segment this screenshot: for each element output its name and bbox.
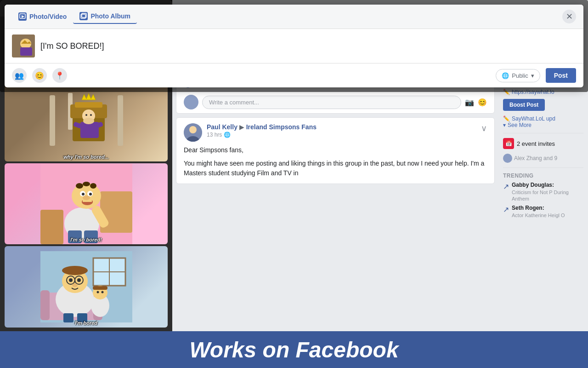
svg-point-67 [189,126,197,133]
clip-art-2 [5,163,168,245]
comment-box-1: Write a comment... 📷 😊 [176,91,494,113]
fb-modal-actions: 👥 😊 📍 🌐 Public ▾ Post [5,63,583,87]
avatar-paul [184,123,202,142]
location-button[interactable]: 📍 [52,68,67,83]
clip-item-3[interactable]: I'm bored [5,246,168,328]
tab-photo-album-label: Photo Album [90,12,130,20]
svg-point-21 [90,183,96,189]
svg-marker-6 [82,93,96,100]
post-text: [I'm SO BORED!] [40,41,576,51]
trends-list: ↗ Gabby Douglas: Criticism for Not P Dur… [503,182,583,218]
svg-rect-0 [50,95,55,146]
svg-rect-5 [75,102,102,108]
audience-label: Public [512,72,528,79]
clip-art-3 [5,246,168,328]
clip-art-1 [5,80,168,161]
svg-point-52 [101,291,103,293]
svg-point-19 [76,183,83,189]
friend-avatar [503,154,512,163]
post-content-2: Dear Simpsons fans, You might have seen … [176,145,494,184]
trend-item-2: ↗ Seth Rogen: Actor Katherine Heigl O [503,205,583,218]
edit-icon-2: ✏️ [503,115,510,122]
svg-rect-62 [20,47,32,56]
fb-post-card-2: Paul Kelly ▶ Ireland Simpsons Fans 13 hr… [176,117,495,184]
post-time-2: 13 hrs 🌐 [207,132,476,138]
photo-album-icon [79,12,88,20]
clip-list: why I'm so bored... [0,76,172,331]
sticker-icon[interactable]: 😊 [478,98,487,107]
post-meta-2: Paul Kelly ▶ Ireland Simpsons Fans 13 hr… [207,123,476,138]
trending-section: TRENDING ↗ Gabby Douglas: Criticism for … [503,172,583,221]
svg-point-25 [89,193,92,196]
clip-caption-3: I'm bored [71,318,101,328]
svg-point-28 [83,196,90,200]
svg-point-51 [96,291,99,293]
trending-title: TRENDING [503,172,583,179]
fb-modal: Photo/Video Photo Album ✕ [5,5,583,87]
see-more-button[interactable]: ▾ See More [503,122,583,128]
trend-arrow-1: ↗ [503,182,509,191]
svg-point-45 [77,278,81,282]
trend-arrow-2: ↗ [503,205,509,214]
tab-photo-video-label: Photo/Video [29,13,67,20]
camera-icon[interactable]: 📷 [465,98,474,107]
fb-post-header-2: Paul Kelly ▶ Ireland Simpsons Fans 13 hr… [176,118,494,145]
svg-rect-1 [118,95,123,146]
emoji-button[interactable]: 😊 [32,68,47,83]
svg-point-46 [72,283,78,287]
svg-point-13 [83,118,94,124]
post-button[interactable]: Post [546,68,576,83]
clip-caption-2: I'm so bored! [67,235,106,244]
svg-rect-50 [93,286,107,290]
svg-point-20 [83,182,90,186]
clip-caption-1: why I'm so bored... [60,152,113,161]
trend-item-1: ↗ Gabby Douglas: Criticism for Not P Dur… [503,182,583,202]
comment-input-1[interactable]: Write a comment... [202,96,461,109]
clip-item-1[interactable]: why I'm so bored... [5,80,168,161]
modal-close-button[interactable]: ✕ [562,10,576,23]
event-friends-row: Alex Zhang and 9 [503,154,583,163]
post-thumbnail [12,34,35,58]
fb-modal-body: [I'm SO BORED!] [5,29,583,63]
tag-people-button[interactable]: 👥 [12,68,27,83]
svg-rect-37 [40,290,50,320]
audience-selector[interactable]: 🌐 Public ▾ [496,69,540,82]
boost-post-button[interactable]: Boost Post [503,99,545,111]
trend-text-2: Seth Rogen: Actor Katherine Heigl O [512,205,583,218]
post-options-2[interactable]: ∨ [481,123,487,133]
fb-main-feed: Photo/Video Photo Album ✕ [172,0,498,331]
event-invites-row: 📅 2 event invites [503,138,583,149]
svg-point-12 [90,114,92,116]
fb-modal-header: Photo/Video Photo Album ✕ [5,5,583,29]
commenter-avatar [184,95,198,109]
facebook-area: Photo/Video Photo Album ✕ [172,0,588,331]
globe-small-icon: 🌐 [224,132,231,138]
update-row: ✏️ SayWhat.LoL upd [503,115,583,122]
banner-text: Works on Facebook [189,337,398,362]
poster-name-2: Paul Kelly ▶ Ireland Simpsons Fans [207,123,476,131]
trend-text-1: Gabby Douglas: Criticism for Not P Durin… [512,182,583,202]
svg-point-11 [85,114,87,116]
svg-point-44 [69,278,73,282]
globe-icon: 🌐 [502,72,509,79]
divider-3 [503,133,583,133]
svg-rect-16 [40,210,63,244]
divider-4 [503,167,583,168]
calendar-icon: 📅 [503,138,514,149]
bottom-banner: Works on Facebook [0,331,588,368]
update-text: SayWhat.LoL upd [512,115,555,122]
event-invites-text[interactable]: 2 event invites [517,140,555,147]
chevron-down-icon-sm: ▾ [503,122,506,128]
comment-icons: 📷 😊 [465,98,487,107]
tab-photo-album[interactable]: Photo Album [73,9,137,24]
chevron-down-icon: ▾ [531,72,534,79]
svg-marker-56 [22,15,24,18]
svg-point-47 [62,266,88,275]
photo-video-icon [18,12,27,21]
fb-modal-overlay: Photo/Video Photo Album ✕ [0,0,588,92]
clip-item-2[interactable]: I'm so bored! [5,163,168,245]
tab-photo-video[interactable]: Photo/Video [12,10,73,23]
svg-point-24 [82,193,85,196]
